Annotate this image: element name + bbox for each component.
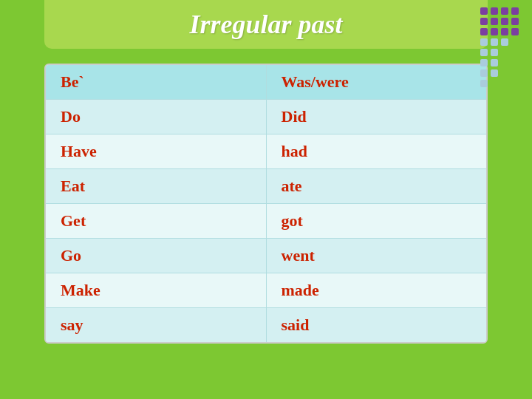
decorative-dot [480,38,488,46]
decorative-dot [511,7,519,15]
decorative-dot [480,18,488,25]
decorative-dot [491,80,498,87]
cell-base-form: say [46,308,267,342]
cell-base-form: Have [46,134,267,168]
cell-base-form: Get [46,204,267,238]
decorative-dot [511,38,519,46]
table-row: Eatate [46,169,486,204]
decorative-dot [491,49,498,56]
cell-past-form: got [267,204,487,238]
cell-base-form: Be` [46,65,267,99]
title-bar: Irregular past [44,0,488,49]
decorative-dot [491,28,498,35]
decorative-dot [511,28,519,35]
cell-past-form: ate [267,169,487,203]
table-row: Gowent [46,239,486,273]
decorative-dot [480,28,488,35]
table-row: Makemade [46,273,486,308]
cell-base-form: Eat [46,169,267,203]
decorative-dot [501,69,508,77]
cell-past-form: made [267,273,487,307]
page-title: Irregular past [189,10,342,39]
decorative-dot [491,7,498,15]
table-row: Getgot [46,204,486,239]
cell-past-form: went [267,239,487,273]
decorative-dot [501,7,508,15]
table-row: Be`Was/were [46,65,486,100]
decorative-dot [511,80,519,87]
irregular-past-table: Be`Was/wereDoDidHavehadEatateGetgotGowen… [44,64,488,344]
decorative-dot [511,18,519,25]
cell-past-form: Did [267,100,487,134]
cell-past-form: said [267,308,487,342]
dots-decoration [480,7,525,96]
cell-base-form: Do [46,100,267,134]
cell-past-form: Was/were [267,65,487,99]
cell-base-form: Make [46,273,267,307]
decorative-dot [501,80,508,87]
decorative-dot [491,18,498,25]
decorative-dot [511,69,519,77]
decorative-dot [480,7,488,15]
table-row: saysaid [46,308,486,342]
decorative-dot [511,49,519,56]
decorative-dot [491,38,498,46]
decorative-dot [501,38,508,46]
decorative-dot [480,80,488,87]
table-row: Havehad [46,134,486,169]
table-row: DoDid [46,100,486,134]
decorative-dot [480,59,488,66]
decorative-dot [491,69,498,77]
decorative-dot [480,69,488,77]
decorative-dot [511,59,519,66]
decorative-dot [501,59,508,66]
cell-past-form: had [267,134,487,168]
decorative-dot [491,59,498,66]
cell-base-form: Go [46,239,267,273]
decorative-dot [501,28,508,35]
decorative-dot [501,18,508,25]
decorative-dot [480,49,488,56]
decorative-dot [501,49,508,56]
